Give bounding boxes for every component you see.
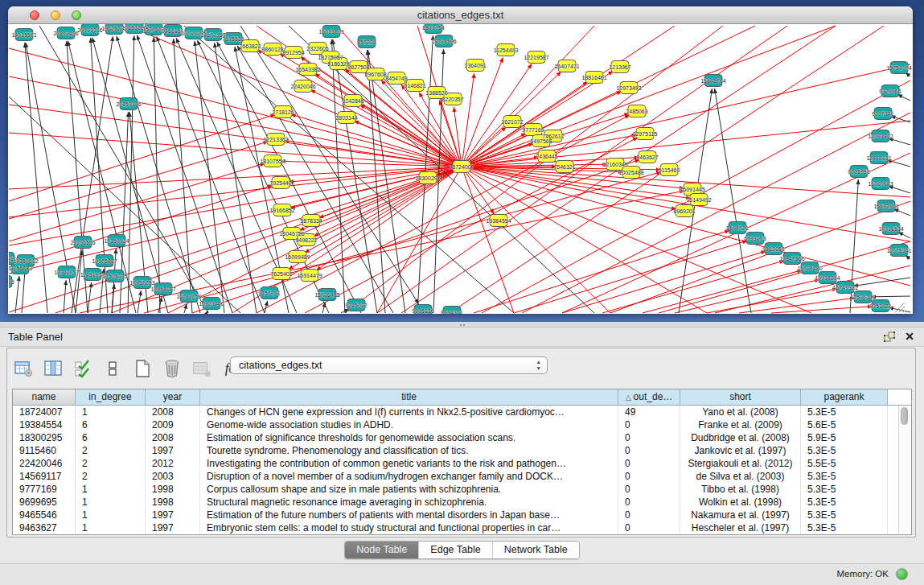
graph-edge — [897, 94, 910, 101]
float-panel-icon[interactable] — [884, 332, 895, 343]
graph-node-label: 16091445 — [680, 187, 704, 192]
graph-node-label: 8969201 — [673, 208, 695, 214]
table-cell: Nakamura et al. (1997) — [680, 509, 801, 521]
network-graph-canvas[interactable]: 1872400776638229860128891295423226051827… — [9, 24, 912, 314]
memory-status-label: Memory: OK — [836, 569, 889, 579]
graph-node-label: 9242848 — [342, 98, 363, 104]
table-cell: Corpus callosum shape and size in male p… — [200, 483, 618, 496]
graph-edge — [462, 167, 910, 241]
graph-node-label: 2967608 — [364, 72, 386, 77]
network-window-titlebar[interactable]: citations_edges.txt — [8, 6, 913, 24]
graph-edge — [871, 296, 910, 297]
table-row[interactable]: 946362711997Embryonic stem cells: a mode… — [13, 521, 911, 534]
table-row[interactable]: 1872400712008Changes of HCN gene express… — [13, 406, 911, 418]
table-panel-body: f(x) citations_edges.txt ▲▼ namein_degre… — [6, 348, 916, 538]
table-settings-icon[interactable] — [14, 359, 33, 378]
table-cell: Investigating the contribution of common… — [200, 457, 618, 470]
graph-node-label: 9498222 — [295, 237, 317, 243]
graph-node-label: 18107554 — [260, 159, 285, 164]
table-row[interactable]: 969969511998Structural magnetic resonanc… — [13, 496, 911, 509]
graph-node-label: 9463627 — [636, 154, 658, 160]
import-table-icon[interactable] — [192, 359, 211, 378]
column-header-label: year — [163, 391, 182, 402]
close-panel-icon[interactable]: ✕ — [905, 330, 914, 343]
column-header-label: name — [31, 391, 55, 402]
table-row[interactable]: 1938455462009Genome-wide association stu… — [13, 418, 911, 431]
graph-node-label: 7925440 — [269, 180, 291, 186]
graph-edge — [898, 232, 910, 238]
table-cell: 22420046 — [13, 457, 76, 470]
graph-node-label: 9053121 — [869, 303, 891, 309]
graph-node-label: 19384554 — [486, 218, 511, 224]
table-cell: 1997 — [146, 521, 200, 534]
column-header-year[interactable]: year — [146, 389, 200, 405]
column-header-name[interactable]: name — [13, 389, 76, 405]
graph-edge — [562, 251, 766, 313]
new-table-icon[interactable] — [133, 359, 152, 378]
table-cell: 5.6E-5 — [801, 418, 888, 431]
table-cell: 0 — [618, 509, 680, 521]
column-header-label: in_degree — [88, 391, 131, 402]
graph-node-label: 18275057 — [318, 55, 343, 60]
graph-node-label: 10958187 — [150, 286, 175, 292]
graph-node-label: 9329966 — [879, 89, 901, 94]
table-row[interactable]: 946554611997Estimation of the future num… — [13, 509, 911, 521]
graph-node-label: 16782759 — [176, 294, 201, 299]
graph-node-label: 14035571 — [11, 32, 36, 38]
panel-splitter[interactable] — [0, 322, 924, 328]
scrollbar-thumb[interactable] — [901, 407, 908, 425]
table-cell: Hescheler et al. (1997) — [680, 521, 801, 534]
table-cell: Disruption of a novel member of a sodium… — [200, 470, 618, 483]
table-cell: 2012 — [146, 457, 200, 470]
table-select-dropdown[interactable]: citations_edges.txt ▲▼ — [230, 356, 548, 374]
select-rows-icon[interactable] — [73, 359, 92, 378]
graph-node-label: 9827508 — [347, 64, 369, 70]
vertical-scrollbar[interactable] — [898, 406, 910, 534]
graph-node-label: 15692971 — [873, 204, 898, 209]
graph-node-label: 15716480 — [797, 266, 822, 271]
graph-node-label: 8912954 — [282, 50, 304, 56]
table-row[interactable]: 1830029562008Estimation of significance … — [13, 431, 911, 444]
graph-node-label: 12342757 — [54, 270, 79, 275]
table-cell: 0 — [618, 470, 680, 483]
graph-node-label: 11075341 — [887, 248, 912, 253]
column-header-title[interactable]: title — [200, 389, 618, 405]
table-header-row: namein_degreeyeartitle△out_de…shortpager… — [13, 389, 911, 406]
tab-node-table[interactable]: Node Table — [345, 542, 419, 558]
row-height-icon[interactable] — [103, 359, 122, 378]
table-row[interactable]: 2242004622012Investigating the contribut… — [13, 457, 911, 470]
graph-node-label: 18816461 — [581, 75, 606, 80]
table-body: 1872400712008Changes of HCN gene express… — [13, 406, 911, 534]
delete-table-icon[interactable] — [162, 359, 182, 378]
graph-node-label: 5878334 — [300, 218, 322, 224]
table-cell: 0 — [618, 457, 680, 470]
graph-edge — [887, 160, 910, 167]
column-header-out_de[interactable]: △out_de… — [618, 389, 680, 405]
table-cell: 0 — [618, 418, 680, 431]
graph-node-label: 18300295 — [415, 175, 440, 181]
table-cell: 0 — [618, 444, 680, 457]
tab-edge-table[interactable]: Edge Table — [419, 542, 492, 558]
memory-status-indicator — [896, 568, 908, 580]
graph-node-label: 13505135 — [102, 274, 127, 279]
graph-node-label: 7485063 — [626, 109, 647, 114]
column-header-short[interactable]: short — [680, 389, 801, 405]
column-header-in_degree[interactable]: in_degree — [76, 389, 146, 405]
graph-node-label: 20153346 — [116, 101, 141, 107]
graph-node-label: 9862183 — [762, 246, 784, 252]
table-cell: Structural magnetic resonance image aver… — [200, 496, 618, 509]
graph-node-label: 1621072 — [501, 119, 523, 125]
table-cell: 18300295 — [13, 431, 76, 444]
table-row[interactable]: 911546021997Tourette syndrome. Phenomeno… — [13, 444, 911, 457]
table-panel-title: Table Panel — [8, 331, 63, 343]
table-row[interactable]: 1456911722003Disruption of a novel membe… — [13, 470, 911, 483]
column-header-pagerank[interactable]: pagerank — [801, 389, 888, 405]
column-properties-icon[interactable] — [43, 359, 63, 378]
table-panel-header: Table Panel ✕ — [0, 328, 924, 347]
table-cell: 9463627 — [13, 521, 76, 534]
table-row[interactable]: 977716911998Corpus callosum shape and si… — [13, 483, 911, 496]
tab-network-table[interactable]: Network Table — [493, 542, 579, 558]
graph-edge — [64, 280, 66, 313]
graph-edge — [9, 105, 462, 167]
graph-node-label: 9105136 — [412, 308, 433, 314]
